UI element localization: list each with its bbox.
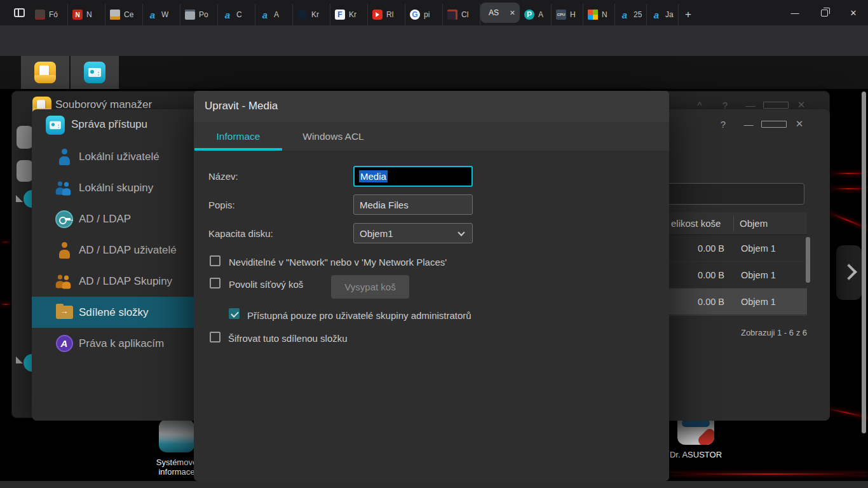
recycle-bin-checkbox[interactable] xyxy=(210,278,220,288)
empty-recycle-bin-button[interactable]: Vysypat koš xyxy=(331,275,409,299)
restore-button[interactable] xyxy=(763,100,789,111)
table-row[interactable]: 0.00 B Objem 1 xyxy=(661,235,807,262)
table-row[interactable]: 0.00 B Objem 1 xyxy=(661,262,807,288)
edit-shared-folder-dialog[interactable]: Upravit - Media Informace Windows ACL Ná… xyxy=(194,91,669,481)
new-tab-button[interactable]: + xyxy=(679,4,698,25)
browser-tab[interactable]: a25 xyxy=(615,4,647,25)
browser-tab[interactable]: aA xyxy=(255,4,293,25)
browser-tab[interactable]: Gpi xyxy=(405,4,443,25)
shared-folder-icon xyxy=(55,306,74,319)
encrypt-checkbox[interactable] xyxy=(210,332,220,342)
forum-favicon-icon xyxy=(35,10,45,20)
access-sidebar-menu: Lokální uživatelé Lokální skupiny AD / L… xyxy=(32,141,216,359)
encrypt-checkbox-label[interactable]: Šifrovat tuto sdílenou složku xyxy=(228,333,348,344)
browser-tab-active[interactable]: AS✕ xyxy=(480,3,520,23)
help-button[interactable]: ? xyxy=(710,119,736,130)
table-paging-status: Zobrazuji 1 - 6 z 6 xyxy=(703,328,807,337)
youtube-favicon-icon xyxy=(372,10,383,20)
page-scrollbar[interactable] xyxy=(862,92,866,433)
restore-button[interactable] xyxy=(810,0,839,25)
browser-tab[interactable]: aJa xyxy=(647,4,679,25)
browser-tab[interactable]: Po xyxy=(180,4,218,25)
description-label: Popis: xyxy=(208,200,235,210)
tab-windows-acl[interactable]: Windows ACL xyxy=(290,122,376,151)
invisible-checkbox[interactable] xyxy=(210,255,220,266)
sidebar-item-local-users[interactable]: Lokální uživatelé xyxy=(32,141,216,172)
description-input[interactable]: Media Files xyxy=(353,194,473,215)
file-manager-toolbar-button[interactable] xyxy=(17,160,33,182)
name-input[interactable]: Media xyxy=(353,166,473,187)
taskbar-access-control-button[interactable] xyxy=(71,56,119,89)
tree-expander-icon[interactable] xyxy=(16,195,23,202)
blue-user-icon xyxy=(55,149,74,165)
portal-header: THANOS xyxy=(0,56,868,89)
column-recycle-size[interactable]: elikost koše xyxy=(671,218,732,229)
access-window-title: Správa přístupu xyxy=(71,118,147,131)
browser-tab[interactable]: Ce xyxy=(105,4,143,25)
dialog-title: Upravit - Media xyxy=(205,100,278,112)
minimize-button[interactable]: — xyxy=(738,100,763,111)
f-favicon-icon: F xyxy=(335,10,345,20)
sidebar-item-local-groups[interactable]: Lokální skupiny xyxy=(32,172,216,203)
next-page-button[interactable] xyxy=(836,245,862,300)
asustor-favicon-icon: a xyxy=(147,10,158,20)
access-control-icon xyxy=(84,62,105,83)
sidebar-item-ad-ldap-users[interactable]: AD / LDAP uživatelé xyxy=(32,234,216,266)
access-window-controls: ? — ✕ xyxy=(710,118,812,130)
wallpaper-red-line xyxy=(0,304,11,305)
wallpaper-red-line xyxy=(669,473,868,475)
sidebar-item-shared-folders[interactable]: Sdílené složky xyxy=(32,297,216,328)
table-scrollbar[interactable] xyxy=(806,237,810,283)
browser-tab[interactable]: Rl xyxy=(368,4,405,25)
tab-workspaces-button[interactable] xyxy=(10,6,28,20)
microsoft-favicon-icon xyxy=(588,10,598,20)
orange-user-icon xyxy=(55,242,74,259)
folder-search-input[interactable] xyxy=(665,183,804,205)
help-button[interactable]: ? xyxy=(712,100,738,111)
collapse-button[interactable]: ^ xyxy=(687,100,712,111)
google-favicon-icon: G xyxy=(410,10,420,20)
asustor-favicon-icon: a xyxy=(260,10,270,20)
table-header[interactable]: elikost koše Objem xyxy=(661,212,807,235)
portainer-favicon-icon: P xyxy=(524,10,534,20)
admin-only-checkbox[interactable] xyxy=(229,308,240,319)
browser-tab[interactable]: PA xyxy=(520,4,552,25)
volume-select[interactable]: Objem1 xyxy=(353,223,473,243)
file-manager-toolbar-button[interactable] xyxy=(17,126,33,149)
browser-tab[interactable]: N xyxy=(583,4,615,25)
browser-toolbar: ← ⟳ ⌂ ⚠ Nezabezpečeno https://192.168.1.… xyxy=(0,25,868,56)
tree-expander-icon[interactable] xyxy=(16,356,23,363)
invisible-checkbox-label[interactable]: Neviditelné v "Network" nebo v 'My Netwo… xyxy=(229,257,447,268)
shared-folders-table: elikost koše Objem 0.00 B Objem 1 0.00 B… xyxy=(661,212,807,315)
browser-tab[interactable]: aC xyxy=(218,4,255,25)
close-button[interactable]: ✕ xyxy=(787,118,812,130)
table-row-selected[interactable]: 0.00 B Objem 1 xyxy=(661,288,807,315)
asustor-favicon-icon: a xyxy=(222,10,233,20)
system-information-icon xyxy=(159,419,194,452)
sidebar-item-app-privileges[interactable]: A Práva k aplikacím xyxy=(32,328,216,359)
minimize-button[interactable]: — xyxy=(780,0,810,25)
taskbar-file-manager-button[interactable] xyxy=(21,56,69,89)
mail-favicon-icon xyxy=(110,10,120,20)
admin-only-checkbox-label[interactable]: Přístupná pouze pro uživatelé skupiny ad… xyxy=(247,310,471,321)
wallpaper-red-line xyxy=(0,241,11,243)
sidebar-item-ad-ldap[interactable]: AD / LDAP xyxy=(32,203,216,234)
restore-button[interactable] xyxy=(761,119,787,130)
tab-informace[interactable]: Informace xyxy=(194,122,282,151)
browser-tab[interactable]: Fó xyxy=(31,4,68,25)
browser-tab[interactable]: Kr xyxy=(293,4,330,25)
asustor-favicon-icon: a xyxy=(651,10,661,20)
browser-tab[interactable]: NN xyxy=(68,4,105,25)
sidebar-item-ad-ldap-groups[interactable]: AD / LDAP Skupiny xyxy=(32,266,216,297)
browser-tab[interactable]: CPUH xyxy=(552,4,583,25)
orange-users-icon xyxy=(55,273,74,290)
column-volume[interactable]: Objem xyxy=(740,218,768,229)
recycle-bin-checkbox-label[interactable]: Povolit síťový koš xyxy=(229,279,303,290)
tab-close-icon[interactable]: ✕ xyxy=(510,9,515,17)
close-button[interactable]: ✕ xyxy=(839,0,868,25)
red-favicon-icon: N xyxy=(72,10,83,20)
browser-tab[interactable]: Cl xyxy=(443,4,480,25)
browser-tab[interactable]: FKr xyxy=(330,4,368,25)
minimize-button[interactable]: — xyxy=(736,119,761,130)
browser-tab[interactable]: aW xyxy=(143,4,180,25)
